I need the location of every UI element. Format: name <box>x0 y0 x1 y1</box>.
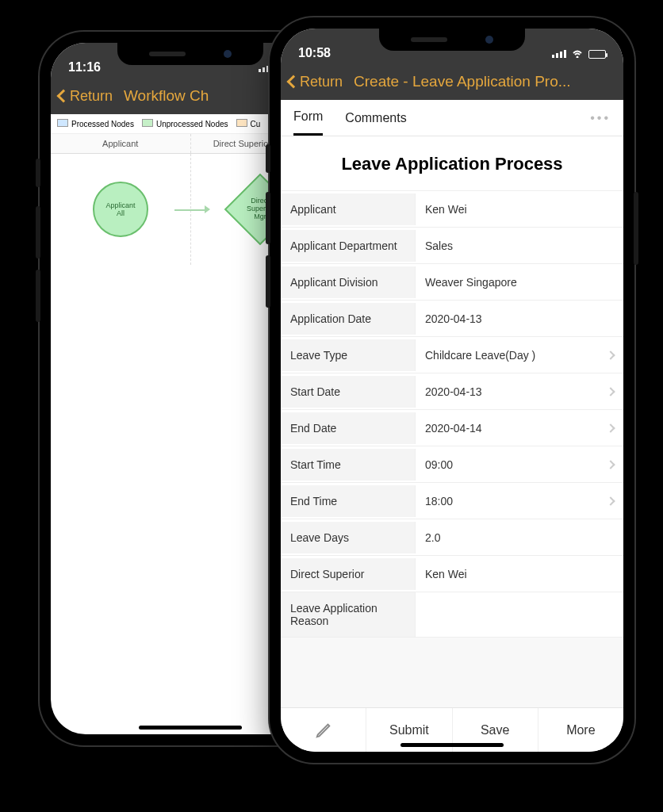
field-label: End Time <box>281 485 416 517</box>
field-value-text: Weaver Singapore <box>425 276 517 289</box>
field-label: Start Date <box>281 376 416 408</box>
home-indicator[interactable] <box>139 726 242 730</box>
wifi-icon <box>571 48 584 60</box>
tab-comments[interactable]: Comments <box>345 102 406 135</box>
field-label: Applicant <box>281 193 416 225</box>
status-time: 10:58 <box>298 46 331 60</box>
legend-swatch-processed <box>57 119 68 127</box>
form-row: Leave Application Reason <box>281 592 623 638</box>
form-row[interactable]: End Time18:00 <box>281 483 623 519</box>
field-value-text: 18:00 <box>425 495 453 508</box>
field-label: Applicant Department <box>281 230 416 262</box>
field-value[interactable]: 18:00 <box>416 485 623 517</box>
back-label: Return <box>70 88 113 105</box>
pencil-icon <box>315 722 332 739</box>
field-value: Sales <box>416 230 623 262</box>
node-applicant[interactable]: Applicant All <box>93 182 148 237</box>
notch <box>379 29 525 51</box>
field-label: Leave Type <box>281 339 416 371</box>
field-label: Start Time <box>281 449 416 481</box>
node-applicant-sub: All <box>117 209 125 217</box>
field-value: Ken Wei <box>416 193 623 225</box>
field-value-text: 2020-04-13 <box>425 312 482 325</box>
tabs: Form Comments ••• <box>281 100 623 136</box>
legend-swatch-unprocessed <box>142 119 153 127</box>
form-rows: ApplicantKen WeiApplicant DepartmentSale… <box>281 191 623 638</box>
field-label: End Date <box>281 412 416 444</box>
chevron-right-icon <box>606 460 615 469</box>
chevron-right-icon <box>606 423 615 432</box>
edit-button[interactable] <box>281 708 366 752</box>
nav-bar: Return Create - Leave Application Pro... <box>281 63 623 100</box>
field-value: Weaver Singapore <box>416 266 623 298</box>
field-value: 2.0 <box>416 522 623 553</box>
form-row[interactable]: Start Date2020-04-13 <box>281 373 623 410</box>
more-tabs-icon[interactable]: ••• <box>590 111 611 125</box>
section-title: Leave Application Process <box>281 136 623 191</box>
tab-form[interactable]: Form <box>293 100 323 136</box>
field-value-text: Ken Wei <box>425 568 467 580</box>
form-row: Leave Days2.0 <box>281 519 623 556</box>
form-row: Application Date2020-04-13 <box>281 301 623 337</box>
field-value-text: 2.0 <box>425 531 440 544</box>
status-time: 11:16 <box>68 60 101 75</box>
back-button[interactable]: Return <box>289 74 343 90</box>
chevron-right-icon <box>606 387 615 396</box>
form-row[interactable]: Leave TypeChildcare Leave(Day ) <box>281 337 623 373</box>
form-row: Direct SuperiorKen Wei <box>281 556 623 592</box>
field-value-text: 2020-04-13 <box>425 385 482 398</box>
battery-icon <box>588 50 606 59</box>
page-title: Create - Leave Application Pro... <box>346 73 615 90</box>
legend-swatch-current <box>236 119 247 127</box>
field-value[interactable]: 09:00 <box>416 449 623 481</box>
form-row: Applicant DepartmentSales <box>281 228 623 264</box>
lane-applicant: Applicant <box>51 134 191 153</box>
field-value-text: Ken Wei <box>425 203 467 216</box>
notch <box>117 43 263 65</box>
field-value-text: 09:00 <box>425 458 453 471</box>
chevron-right-icon <box>606 350 615 359</box>
legend-label-unprocessed: Unprocessed Nodes <box>156 120 228 128</box>
field-label: Leave Days <box>281 522 416 553</box>
signal-icon <box>552 50 566 58</box>
field-value-text: Childcare Leave(Day ) <box>425 349 535 362</box>
legend-label-processed: Processed Nodes <box>71 120 134 128</box>
form-scroll[interactable]: Leave Application Process ApplicantKen W… <box>281 136 623 707</box>
chevron-right-icon <box>606 496 615 505</box>
back-button[interactable]: Return <box>59 88 113 105</box>
form-row: ApplicantKen Wei <box>281 191 623 228</box>
chevron-left-icon <box>57 90 71 103</box>
legend-label-current: Cu <box>251 120 261 128</box>
field-label: Direct Superior <box>281 558 416 590</box>
chevron-left-icon <box>287 75 301 89</box>
field-value-text: Sales <box>425 239 453 252</box>
form-row[interactable]: End Date2020-04-14 <box>281 410 623 446</box>
back-label: Return <box>300 74 343 90</box>
field-value[interactable]: Childcare Leave(Day ) <box>416 339 623 371</box>
form-row[interactable]: Start Time09:00 <box>281 446 623 483</box>
field-value: Ken Wei <box>416 558 623 590</box>
field-label: Leave Application Reason <box>281 592 416 637</box>
form-row: Applicant DivisionWeaver Singapore <box>281 264 623 301</box>
field-value[interactable]: 2020-04-13 <box>416 376 623 408</box>
home-indicator[interactable] <box>400 743 504 747</box>
field-value: 2020-04-13 <box>416 303 623 335</box>
field-value-text: 2020-04-14 <box>425 422 482 435</box>
phone-leave-form: 10:58 Return Create - Leave Application … <box>270 17 634 763</box>
node-applicant-label: Applicant <box>105 201 135 209</box>
field-value <box>416 605 623 624</box>
field-label: Application Date <box>281 303 416 335</box>
more-button[interactable]: More <box>538 708 623 752</box>
field-label: Applicant Division <box>281 266 416 298</box>
field-value[interactable]: 2020-04-14 <box>416 412 623 444</box>
